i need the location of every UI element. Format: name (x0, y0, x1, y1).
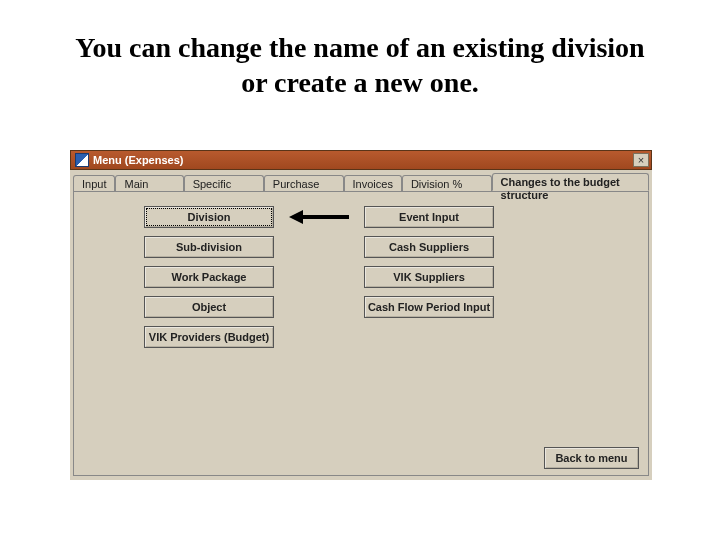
close-button[interactable]: × (633, 153, 649, 167)
slide-heading: You can change the name of an existing d… (0, 0, 720, 120)
back-to-menu-button[interactable]: Back to menu (544, 447, 639, 469)
slide: You can change the name of an existing d… (0, 0, 720, 540)
cash-suppliers-button[interactable]: Cash Suppliers (364, 236, 494, 258)
vik-suppliers-button[interactable]: VIK Suppliers (364, 266, 494, 288)
app-icon (75, 153, 89, 167)
window-title: Menu (Expenses) (93, 154, 633, 166)
titlebar: Menu (Expenses) × (70, 150, 652, 170)
tab-changes-budget-structure[interactable]: Changes to the budget structure (492, 173, 649, 191)
object-button[interactable]: Object (144, 296, 274, 318)
tab-specific-reports[interactable]: Specific reports (184, 175, 264, 192)
tab-main-reports[interactable]: Main reports (115, 175, 183, 192)
arrow-left-icon (289, 210, 303, 224)
event-input-button[interactable]: Event Input (364, 206, 494, 228)
tab-invoices[interactable]: Invoices (344, 175, 402, 192)
tabstrip: Input Main reports Specific reports Purc… (70, 170, 652, 191)
work-package-button[interactable]: Work Package (144, 266, 274, 288)
vik-providers-budget-button[interactable]: VIK Providers (Budget) (144, 326, 274, 348)
arrow-annotation (289, 210, 349, 224)
cash-flow-period-input-button[interactable]: Cash Flow Period Input (364, 296, 494, 318)
arrow-line (299, 215, 349, 219)
sub-division-button[interactable]: Sub-division (144, 236, 274, 258)
division-button[interactable]: Division (144, 206, 274, 228)
tab-division-criteria[interactable]: Division % criteria (402, 175, 492, 192)
tab-panel: Division Sub-division Work Package Objec… (73, 191, 649, 476)
menu-expenses-window: Menu (Expenses) × Input Main reports Spe… (70, 150, 652, 480)
tab-purchase-order[interactable]: Purchase order (264, 175, 344, 192)
tab-input[interactable]: Input (73, 175, 115, 192)
